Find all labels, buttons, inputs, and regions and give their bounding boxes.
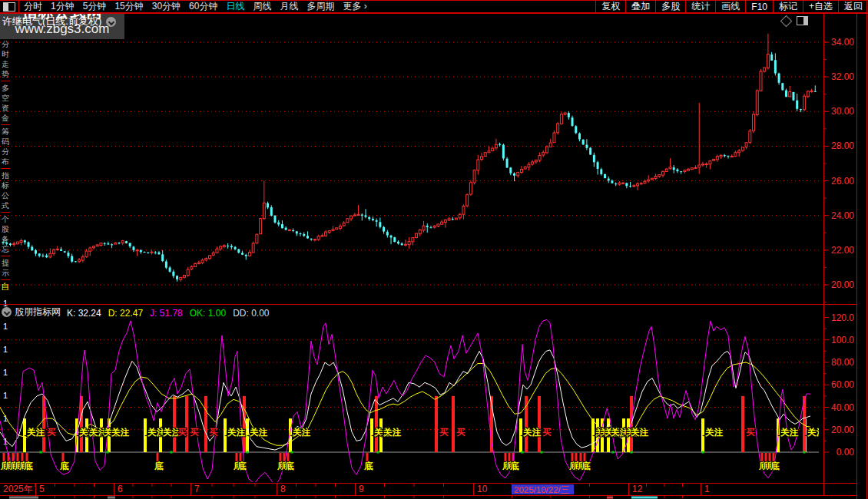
svg-text:20.00: 20.00 bbox=[831, 425, 854, 435]
collapse-indicator-icon[interactable] bbox=[2, 307, 12, 317]
svg-text:80.00: 80.00 bbox=[831, 357, 854, 368]
svg-text:40.00: 40.00 bbox=[831, 402, 854, 413]
svg-text:8: 8 bbox=[280, 484, 286, 494]
indicator-value: K: 32.24 bbox=[67, 308, 101, 319]
svg-text:10: 10 bbox=[477, 484, 488, 494]
svg-text:60.00: 60.00 bbox=[831, 379, 854, 390]
main-chart-area[interactable] bbox=[0, 29, 819, 304]
svg-text:7: 7 bbox=[194, 484, 200, 494]
svg-text:1: 1 bbox=[704, 484, 710, 494]
svg-text:120.0: 120.0 bbox=[831, 312, 854, 323]
svg-text:6: 6 bbox=[118, 484, 123, 494]
date-axis-year: 2025年 bbox=[3, 484, 33, 494]
svg-text:12: 12 bbox=[632, 484, 643, 494]
svg-text:100.0: 100.0 bbox=[831, 335, 854, 345]
indicator-panel-area[interactable] bbox=[0, 319, 819, 482]
selected-date-label: 2025/10/22/三 bbox=[514, 485, 569, 494]
indicator-values: K: 32.24D: 22.47J: 51.78OK: 1.00DD: 0.00 bbox=[67, 306, 277, 319]
svg-text:34.00: 34.00 bbox=[831, 37, 854, 48]
svg-text:0.00: 0.00 bbox=[837, 447, 855, 458]
svg-text:32.00: 32.00 bbox=[831, 71, 854, 82]
trading-app-window: 分时1分钟5分钟15分钟30分钟60分钟日线周线月线多周期更多 › 复权叠加多股… bbox=[0, 0, 868, 499]
svg-text:9: 9 bbox=[359, 484, 364, 494]
svg-text:28.00: 28.00 bbox=[831, 140, 854, 151]
svg-text:24.00: 24.00 bbox=[831, 210, 854, 221]
indicator-header: 股朋指标网 K: 32.24D: 22.47J: 51.78OK: 1.00DD… bbox=[0, 306, 814, 318]
indicator-value: D: 22.47 bbox=[108, 308, 143, 319]
svg-text:22.00: 22.00 bbox=[831, 245, 854, 256]
svg-text:30.00: 30.00 bbox=[831, 106, 854, 117]
indicator-value: J: 51.78 bbox=[150, 308, 183, 319]
indicator-value: OK: 1.00 bbox=[190, 308, 226, 319]
svg-text:26.00: 26.00 bbox=[831, 176, 854, 187]
svg-text:5: 5 bbox=[39, 484, 45, 494]
indicator-value: DD: 0.00 bbox=[233, 308, 269, 319]
indicator-name: 股朋指标网 bbox=[15, 306, 61, 319]
svg-text:20.00: 20.00 bbox=[831, 279, 854, 290]
